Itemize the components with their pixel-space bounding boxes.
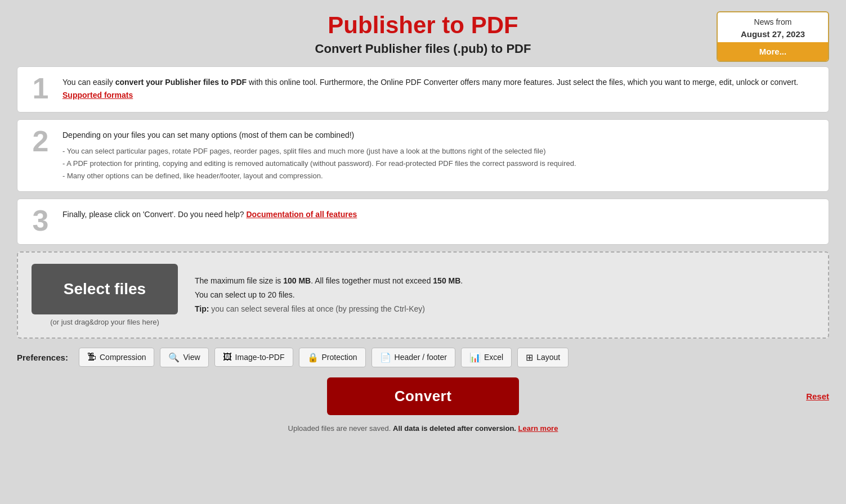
excel-icon: 📊 (469, 352, 481, 363)
file-count-info: You can select up to 20 files. (195, 288, 814, 302)
file-info: The maximum file size is 100 MB. All fil… (195, 274, 814, 317)
step-2-content: Depending on your files you can set many… (62, 129, 817, 182)
convert-row: Convert Reset (17, 377, 829, 415)
drop-zone: Select files (or just drag&drop your fil… (17, 251, 829, 339)
pref-view-button[interactable]: 🔍 View (160, 348, 208, 367)
pref-view-label: View (183, 353, 200, 362)
news-box-top: News from August 27, 2023 (718, 12, 828, 42)
pref-excel-label: Excel (484, 353, 503, 362)
learn-more-link[interactable]: Learn more (518, 424, 558, 433)
documentation-link[interactable]: Documentation of all features (246, 210, 357, 219)
step-2-bullets: - You can select particular pages, rotat… (62, 145, 817, 182)
compression-icon: 🗜 (87, 352, 96, 362)
supported-formats-link[interactable]: Supported formats (62, 91, 133, 100)
info-pre: The maximum file size is (195, 276, 283, 285)
page-wrapper: Publisher to PDF Convert Publisher files… (0, 0, 846, 449)
pref-layout-button[interactable]: ⊞ Layout (517, 348, 569, 367)
view-icon: 🔍 (168, 352, 180, 363)
layout-icon: ⊞ (526, 352, 533, 363)
step-3-content: Finally, please click on 'Convert'. Do y… (62, 208, 817, 220)
step-2-bullet-3: - Many other options can be defined, lik… (62, 170, 817, 182)
image-to-pdf-icon: 🖼 (223, 352, 232, 362)
step-2-text: Depending on your files you can set many… (62, 130, 354, 140)
pref-header-footer-label: Header / footer (395, 353, 447, 362)
step-3-card: 3 Finally, please click on 'Convert'. Do… (17, 199, 829, 245)
step-3-text: Finally, please click on 'Convert'. Do y… (62, 210, 246, 219)
max-total-size: 150 MB (433, 276, 460, 285)
step-1-card: 1 You can easily convert your Publisher … (17, 66, 829, 112)
news-from-label: News from (754, 17, 792, 26)
step-3-number: 3 (26, 206, 55, 235)
protection-icon: 🔒 (307, 352, 319, 363)
header-area: Publisher to PDF Convert Publisher files… (17, 11, 829, 56)
step-1-content: You can easily convert your Publisher fi… (62, 76, 817, 101)
news-date: August 27, 2023 (723, 28, 822, 40)
pref-compression-label: Compression (100, 353, 146, 362)
news-box: News from August 27, 2023 More... (717, 11, 829, 62)
step-2-number: 2 (26, 127, 55, 156)
pref-image-to-pdf-label: Image-to-PDF (235, 353, 285, 362)
info-mid: . All files together must not exceed (311, 276, 433, 285)
pref-protection-label: Protection (322, 353, 357, 362)
select-files-button[interactable]: Select files (32, 264, 178, 314)
select-files-wrap: Select files (or just drag&drop your fil… (32, 264, 178, 326)
footer-note: Uploaded files are never saved. All data… (17, 424, 829, 433)
header-footer-icon: 📄 (380, 352, 391, 363)
pref-compression-button[interactable]: 🗜 Compression (79, 348, 154, 367)
step-2-bullet-1: - You can select particular pages, rotat… (62, 145, 817, 158)
footer-note-bold: All data is deleted after conversion. (393, 424, 516, 433)
step-1-text-after: with this online tool. Furthermore, the … (247, 78, 798, 87)
step-1-number: 1 (26, 74, 55, 103)
tip-line: Tip: you can select several files at onc… (195, 302, 814, 316)
pref-image-to-pdf-button[interactable]: 🖼 Image-to-PDF (214, 348, 293, 367)
preferences-label: Preferences: (17, 353, 73, 362)
convert-button[interactable]: Convert (327, 377, 520, 415)
pref-header-footer-button[interactable]: 📄 Header / footer (371, 348, 455, 367)
step-2-card: 2 Depending on your files you can set ma… (17, 119, 829, 192)
drag-drop-hint: (or just drag&drop your files here) (50, 318, 159, 326)
pref-layout-label: Layout (536, 353, 560, 362)
news-more-button[interactable]: More... (718, 42, 828, 61)
step-1-text-bold: convert your Publisher files to PDF (115, 78, 247, 87)
tip-text: you can select several files at once (by… (209, 304, 425, 313)
footer-note-pre: Uploaded files are never saved. (288, 424, 391, 433)
main-title: Publisher to PDF (17, 11, 829, 39)
step-2-bullet-2: - A PDF protection for printing, copying… (62, 158, 817, 170)
max-file-size: 100 MB (283, 276, 311, 285)
preferences-row: Preferences: 🗜 Compression 🔍 View 🖼 Imag… (17, 348, 829, 367)
file-size-info: The maximum file size is 100 MB. All fil… (195, 274, 814, 288)
step-1-text-plain: You can easily (62, 78, 115, 87)
reset-link[interactable]: Reset (806, 392, 829, 401)
pref-excel-button[interactable]: 📊 Excel (461, 348, 512, 367)
pref-protection-button[interactable]: 🔒 Protection (299, 348, 366, 367)
sub-title: Convert Publisher files (.pub) to PDF (17, 42, 829, 56)
tip-label: Tip: (195, 304, 209, 313)
info-post: . (460, 276, 463, 285)
